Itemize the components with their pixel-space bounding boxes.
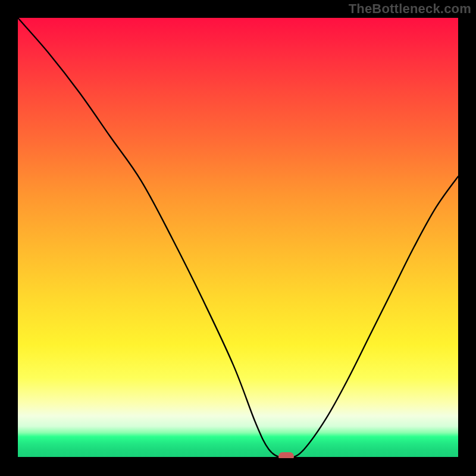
plot-area	[18, 18, 458, 458]
bottleneck-curve	[18, 18, 458, 458]
chart-frame: TheBottleneck.com	[0, 0, 476, 476]
watermark-text: TheBottleneck.com	[349, 1, 471, 17]
optimal-marker	[278, 452, 294, 458]
